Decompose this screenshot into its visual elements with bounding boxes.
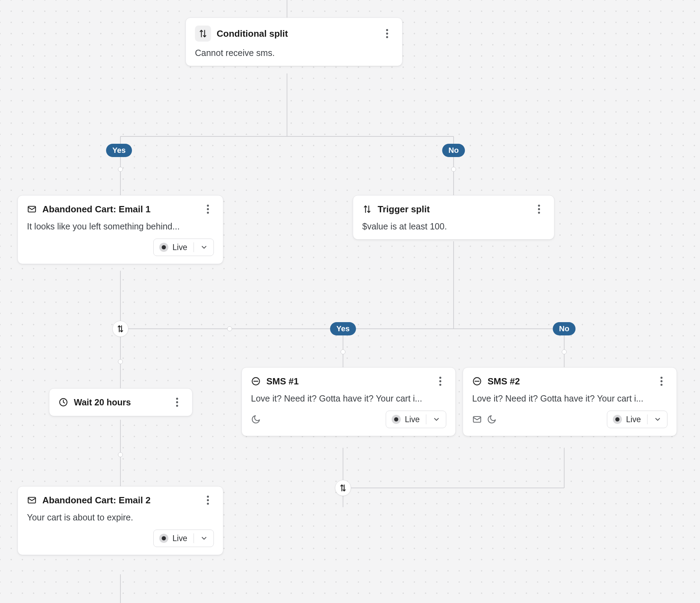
node-trigger-split[interactable]: Trigger split $value is at least 100.: [353, 195, 554, 240]
svg-point-23: [538, 205, 540, 207]
status-dot-icon: [159, 534, 168, 543]
status-selector[interactable]: Live: [386, 411, 446, 428]
svg-point-25: [538, 212, 540, 214]
node-wait[interactable]: Wait 20 hours: [49, 388, 192, 416]
branch-pill-yes: Yes: [330, 322, 356, 335]
status-dot-icon: [392, 415, 401, 424]
svg-point-24: [538, 208, 540, 210]
chevron-down-icon: [200, 243, 208, 251]
junction-node[interactable]: [112, 321, 128, 337]
node-sms-1[interactable]: SMS #1 Love it? Need it? Gotta have it? …: [241, 367, 456, 436]
connector-dot: [341, 349, 345, 354]
node-menu-button[interactable]: [381, 28, 393, 40]
node-title: Trigger split: [378, 204, 527, 215]
node-description: Your cart is about to expire.: [27, 512, 214, 523]
branch-pill-yes: Yes: [106, 144, 132, 157]
connector-dot: [118, 359, 123, 364]
node-title: Abandoned Cart: Email 2: [42, 495, 196, 506]
node-menu-button[interactable]: [656, 375, 667, 387]
node-description: Love it? Need it? Gotta have it? Your ca…: [472, 393, 667, 404]
status-dot-icon: [159, 243, 168, 252]
split-icon: [195, 26, 211, 42]
sms-icon: [251, 376, 261, 386]
svg-point-27: [176, 398, 178, 400]
svg-point-43: [207, 499, 209, 501]
status-selector[interactable]: Live: [607, 411, 667, 428]
node-title: Wait 20 hours: [74, 397, 166, 407]
status-label: Live: [405, 415, 420, 424]
branch-icon: [116, 324, 125, 333]
node-menu-button[interactable]: [434, 375, 446, 387]
sms-icon: [472, 376, 482, 386]
chevron-down-icon: [654, 416, 662, 423]
node-email-2[interactable]: Abandoned Cart: Email 2 Your cart is abo…: [18, 486, 223, 555]
junction-node[interactable]: [335, 480, 351, 496]
connector-dot: [562, 349, 567, 354]
node-email-1[interactable]: Abandoned Cart: Email 1 It looks like yo…: [18, 195, 223, 264]
branch-pill-no: No: [553, 322, 575, 335]
svg-point-18: [386, 36, 388, 38]
node-menu-button[interactable]: [202, 203, 214, 215]
node-title: SMS #2: [488, 376, 650, 387]
smart-sending-icon: [472, 414, 482, 424]
branch-icon: [338, 483, 348, 492]
svg-point-37: [660, 377, 663, 379]
svg-point-32: [439, 377, 441, 379]
svg-point-17: [386, 33, 388, 35]
svg-point-21: [207, 208, 209, 210]
status-selector[interactable]: Live: [153, 530, 214, 547]
svg-point-42: [207, 496, 209, 498]
node-menu-button[interactable]: [202, 494, 214, 506]
split-icon: [362, 204, 372, 214]
quiet-hours-icon: [251, 414, 261, 424]
connector-dot: [118, 452, 123, 457]
node-title: Conditional split: [217, 28, 376, 39]
node-description: Cannot receive sms.: [195, 48, 393, 58]
svg-point-29: [176, 405, 178, 407]
svg-point-34: [439, 384, 441, 386]
connector-dot: [451, 167, 456, 172]
svg-point-33: [439, 380, 441, 382]
clock-icon: [58, 397, 68, 407]
status-selector[interactable]: Live: [153, 239, 214, 256]
svg-point-20: [207, 205, 209, 207]
node-menu-button[interactable]: [171, 396, 183, 408]
svg-point-16: [386, 29, 388, 31]
node-description: It looks like you left something behind.…: [27, 221, 214, 232]
status-dot-icon: [613, 415, 622, 424]
chevron-down-icon: [200, 534, 208, 542]
node-menu-button[interactable]: [533, 203, 545, 215]
svg-point-22: [207, 212, 209, 214]
node-sms-2[interactable]: SMS #2 Love it? Need it? Gotta have it? …: [463, 367, 677, 436]
quiet-hours-icon: [487, 414, 497, 424]
node-title: Abandoned Cart: Email 1: [42, 204, 196, 215]
status-label: Live: [173, 243, 187, 252]
connector-dot: [118, 167, 123, 172]
node-conditional-split[interactable]: Conditional split Cannot receive sms.: [186, 17, 402, 66]
branch-pill-no: No: [442, 144, 465, 157]
flow-canvas[interactable]: Yes No Yes No Conditional split: [0, 0, 700, 603]
svg-point-28: [176, 401, 178, 403]
status-label: Live: [626, 415, 641, 424]
email-icon: [27, 204, 37, 214]
status-label: Live: [173, 534, 187, 543]
svg-point-38: [660, 380, 663, 382]
chevron-down-icon: [433, 416, 440, 423]
node-description: Love it? Need it? Gotta have it? Your ca…: [251, 393, 446, 404]
svg-point-39: [660, 384, 663, 386]
connector-dot: [227, 326, 232, 331]
svg-point-44: [207, 503, 209, 505]
node-description: $value is at least 100.: [362, 221, 545, 232]
node-title: SMS #1: [266, 376, 429, 387]
email-icon: [27, 495, 37, 505]
